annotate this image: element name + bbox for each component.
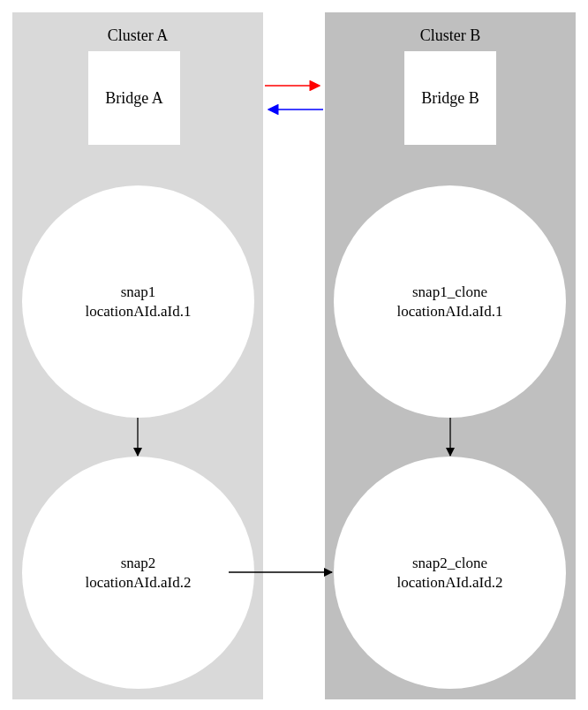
bridge-b-label: Bridge B bbox=[421, 89, 479, 108]
bridge-b-node: Bridge B bbox=[404, 51, 496, 145]
bridge-a-label: Bridge A bbox=[105, 89, 163, 108]
node-snap2c-name: snap2_clone bbox=[412, 554, 487, 572]
node-snap1c-loc: locationAId.aId.1 bbox=[397, 302, 503, 321]
node-snap2: snap2 locationAId.aId.2 bbox=[22, 457, 254, 689]
node-snap1-name: snap1 bbox=[121, 283, 156, 301]
node-snap2c-loc: locationAId.aId.2 bbox=[397, 573, 503, 592]
cluster-b-title: Cluster B bbox=[325, 12, 576, 45]
node-snap1c-name: snap1_clone bbox=[412, 283, 487, 301]
node-snap1: snap1 locationAId.aId.1 bbox=[22, 185, 254, 418]
node-snap2-name: snap2 bbox=[121, 554, 156, 572]
node-snap2-loc: locationAId.aId.2 bbox=[86, 573, 192, 592]
bridge-a-node: Bridge A bbox=[88, 51, 180, 145]
node-snap1-loc: locationAId.aId.1 bbox=[86, 302, 192, 321]
node-snap1-clone: snap1_clone locationAId.aId.1 bbox=[334, 185, 566, 418]
node-snap2-clone: snap2_clone locationAId.aId.2 bbox=[334, 457, 566, 689]
cluster-a-title: Cluster A bbox=[12, 12, 263, 45]
